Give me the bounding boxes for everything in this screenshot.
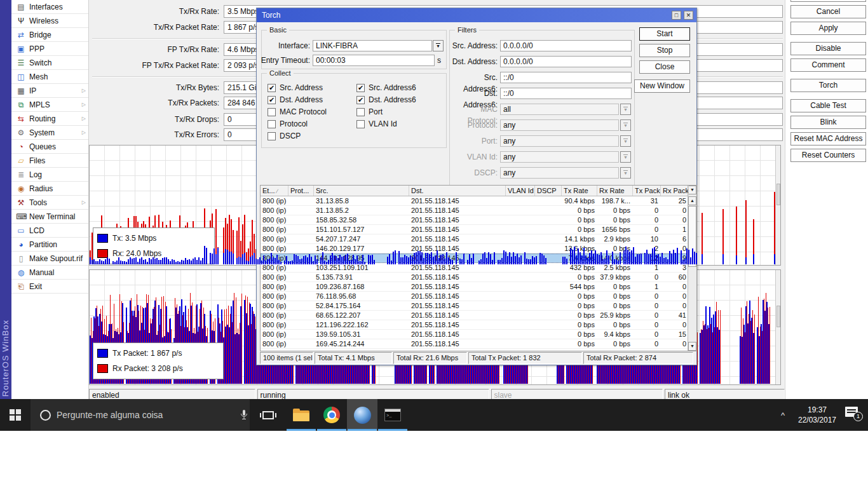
column-header-rx-rate[interactable]: Rx Rate <box>597 186 633 196</box>
sidebar-item-mpls[interactable]: ⧉MPLS▷ <box>11 98 88 112</box>
sidebar-item-make-supout-rif[interactable]: ▯Make Supout.rif <box>11 252 88 266</box>
table-row[interactable]: 800 (ip)139.59.105.31201.55.118.1450 bps… <box>261 330 696 339</box>
winbox-button[interactable] <box>347 399 377 431</box>
table-row[interactable]: 800 (ip)158.85.32.58201.55.118.1450 bps0… <box>261 215 696 225</box>
column-header-vlan-id[interactable]: VLAN Id <box>506 186 535 196</box>
sidebar-item-switch[interactable]: ☰Switch <box>11 56 88 70</box>
sidebar-item-partition[interactable]: ◕Partition <box>11 238 88 252</box>
close-button[interactable]: Close <box>639 60 690 74</box>
cable-test-button[interactable]: Cable Test <box>790 99 866 112</box>
task-view-button[interactable] <box>253 399 283 431</box>
scroll-down-icon[interactable]: ▼ <box>688 342 696 351</box>
start-button[interactable]: Start <box>639 27 690 41</box>
sidebar-item-exit[interactable]: ⎗Exit <box>11 280 88 294</box>
sidebar-item-routing[interactable]: ⇆Routing▷ <box>11 112 88 126</box>
torch-button[interactable]: Torch <box>790 79 866 92</box>
sidebar-item-bridge[interactable]: ⇄Bridge <box>11 28 88 42</box>
partial-button-top[interactable] <box>790 0 866 2</box>
table-row[interactable]: 800 (ip)5.135.73.91201.55.118.1450 bps37… <box>261 273 696 282</box>
file-explorer-button[interactable] <box>286 399 316 431</box>
column-header-tx-rate[interactable]: Tx Rate <box>562 186 597 196</box>
table-row[interactable]: 800 (ip)68.65.122.207201.55.118.1450 bps… <box>261 311 696 320</box>
chrome-button[interactable] <box>316 399 347 431</box>
comment-button[interactable]: Comment <box>790 58 866 72</box>
collect-src-address6-checkbox[interactable]: ✔Src. Address6 <box>356 83 416 93</box>
table-scrollbar[interactable]: ▼ ▲ ▼ <box>688 186 696 351</box>
sidebar-item-ip[interactable]: ▦IP▷ <box>11 84 88 98</box>
sidebar-item-label: Exit <box>29 282 42 291</box>
sidebar-item-mesh[interactable]: ◫Mesh <box>11 70 88 84</box>
reset-mac-address-button[interactable]: Reset MAC Address <box>790 132 866 146</box>
collect-dst-address-checkbox[interactable]: ✔Dst. Address <box>268 95 323 105</box>
search-input[interactable] <box>57 410 215 420</box>
stop-button[interactable]: Stop <box>639 44 690 57</box>
sidebar-item-tools[interactable]: ⚒Tools▷ <box>11 196 88 210</box>
collect-port-checkbox[interactable]: Port <box>356 107 383 117</box>
sidebar-item-manual[interactable]: ◍Manual <box>11 266 88 280</box>
table-row[interactable]: 800 (ip)103.251.109.101201.55.118.145432… <box>261 263 696 273</box>
tray-clock[interactable]: 19:37 22/03/2017 <box>791 405 843 425</box>
column-header-src[interactable]: Src. <box>314 186 409 196</box>
collect-src-address-checkbox[interactable]: ✔Src. Address <box>268 83 323 93</box>
filter-src-address-input[interactable]: 0.0.0.0/0 <box>500 40 632 51</box>
filter-dst-address6-input[interactable]: ::/0 <box>500 88 632 99</box>
column-select-button[interactable]: ▼ <box>688 186 696 194</box>
column-header-tx-pack[interactable]: Tx Pack... <box>633 186 661 196</box>
disable-button[interactable]: Disable <box>790 42 866 55</box>
new-window-button[interactable]: New Window <box>634 79 690 93</box>
entry-timeout-input[interactable]: 00:00:03 <box>313 55 435 66</box>
sidebar-item-interfaces[interactable]: ▤Interfaces <box>11 0 88 14</box>
column-header-prot[interactable]: Prot... <box>288 186 314 196</box>
scroll-up-icon[interactable]: ▲ <box>688 196 696 205</box>
column-header-dst[interactable]: Dst. <box>409 186 506 196</box>
apply-button[interactable]: Apply <box>790 22 866 35</box>
table-row[interactable]: 800 (ip)121.196.222.162201.55.118.1450 b… <box>261 320 696 330</box>
rate-chart-scrollbar[interactable] <box>775 146 780 265</box>
close-icon[interactable]: ✕ <box>684 11 693 20</box>
tray-chevron-icon[interactable]: ^ <box>776 399 789 431</box>
column-header-et[interactable]: Et...∕ <box>261 186 288 196</box>
table-row[interactable]: 800 (ip)201.55.118.145 <box>261 349 696 351</box>
table-row[interactable]: 800 (ip)76.118.95.68201.55.118.1450 bps0… <box>261 292 696 301</box>
filter-src-address6-input[interactable]: ::/0 <box>500 72 632 83</box>
table-row[interactable]: 800 (ip)31.13.85.8201.55.118.14590.4 kbp… <box>261 196 696 206</box>
sidebar-item-queues[interactable]: ◔Queues <box>11 140 88 154</box>
table-row[interactable]: 800 (ip)169.45.214.244201.55.118.1450 bp… <box>261 339 696 349</box>
column-header-dscp[interactable]: DSCP <box>535 186 562 196</box>
submenu-arrow-icon: ▷ <box>82 88 86 93</box>
filter-dst-address-input[interactable]: 0.0.0.0/0 <box>500 56 632 67</box>
reset-counters-button[interactable]: Reset Counters <box>790 149 866 162</box>
table-row[interactable]: 800 (ip)31.13.85.2201.55.118.1450 bps0 b… <box>261 206 696 215</box>
packet-chart-scroll-thumb[interactable] <box>776 306 780 327</box>
table-row[interactable]: 800 (ip)52.84.175.164201.55.118.1450 bps… <box>261 301 696 311</box>
table-row[interactable]: 800 (ip)54.207.17.247201.55.118.14514.1 … <box>261 234 696 244</box>
collect-vlan-id-checkbox[interactable]: VLAN Id <box>356 119 397 129</box>
blink-button[interactable]: Blink <box>790 116 866 129</box>
interface-input[interactable]: LINK-FIBRA <box>313 40 432 51</box>
start-button[interactable] <box>0 399 31 431</box>
sidebar-item-ppp[interactable]: ▣PPP <box>11 42 88 56</box>
sidebar-item-radius[interactable]: ◉Radius <box>11 182 88 196</box>
terminal-button[interactable] <box>377 399 408 431</box>
sidebar-item-lcd[interactable]: ▭LCD <box>11 224 88 238</box>
cancel-button[interactable]: Cancel <box>790 5 866 18</box>
sidebar-item-new-terminal[interactable]: ⌨New Terminal <box>11 210 88 224</box>
microphone-icon[interactable] <box>240 409 248 421</box>
sidebar-item-wireless[interactable]: ΨWireless <box>11 14 88 28</box>
collect-protocol-checkbox[interactable]: Protocol <box>268 119 308 129</box>
cortana-search-box[interactable] <box>31 399 250 431</box>
collect-dscp-checkbox[interactable]: DSCP <box>268 131 301 141</box>
collect-mac-protocol-checkbox[interactable]: MAC Protocol <box>268 107 327 117</box>
maximize-icon[interactable]: □ <box>672 11 681 20</box>
packet-chart-scrollbar[interactable] <box>775 270 780 384</box>
rate-chart-scroll-thumb[interactable] <box>776 184 780 205</box>
sidebar-item-system[interactable]: ⚙System▷ <box>11 126 88 140</box>
table-row[interactable]: 800 (ip)151.101.57.127201.55.118.1450 bp… <box>261 225 696 234</box>
table-row[interactable]: 800 (ip)109.236.87.168201.55.118.145544 … <box>261 282 696 292</box>
torch-dialog-titlebar[interactable]: Torch □ ✕ <box>257 8 696 22</box>
interface-dropdown-button[interactable]: ▼ <box>433 40 444 51</box>
collect-dst-address6-checkbox[interactable]: ✔Dst. Address6 <box>356 95 416 105</box>
sidebar-item-files[interactable]: ▱Files <box>11 154 88 168</box>
sidebar-item-log[interactable]: ≣Log <box>11 168 88 182</box>
column-header-rx-pack[interactable]: Rx Pack... <box>661 186 689 196</box>
